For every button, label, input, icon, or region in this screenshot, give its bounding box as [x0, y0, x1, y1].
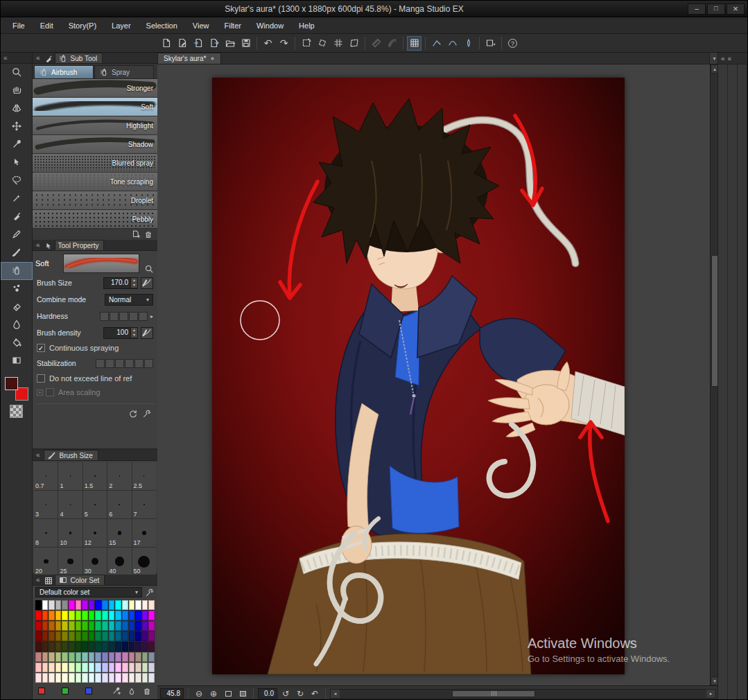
operation-tool[interactable] — [1, 154, 33, 172]
subtool-item-shadow[interactable]: Shadow — [33, 135, 157, 154]
liquify-icon[interactable] — [347, 36, 361, 51]
color-swatch[interactable] — [102, 611, 108, 620]
segment[interactable] — [144, 359, 153, 368]
rotate-ccw-icon[interactable]: ↺ — [279, 688, 292, 700]
preview-zoom-icon[interactable] — [144, 265, 154, 273]
continuous-spraying-checkbox[interactable]: ✓ — [37, 344, 45, 352]
subtool-item-stronger[interactable]: Stronger — [33, 79, 157, 98]
color-swatch[interactable] — [102, 663, 108, 672]
color-swatch[interactable] — [115, 652, 121, 662]
color-swatch[interactable] — [135, 652, 141, 662]
color-swatch[interactable] — [122, 631, 128, 641]
brush-size-1-5[interactable]: 1.5 — [83, 462, 107, 490]
color-swatch[interactable] — [89, 621, 95, 631]
menu-filter[interactable]: Filter — [217, 17, 249, 33]
color-swatch[interactable] — [142, 652, 148, 662]
stepper-up-icon[interactable]: ▴ — [130, 278, 137, 283]
color-swatch[interactable] — [89, 611, 95, 620]
selection-pen-tool[interactable] — [1, 190, 33, 208]
color-swatch[interactable] — [42, 621, 49, 631]
color-swatch[interactable] — [102, 652, 108, 662]
canvas-artwork[interactable] — [212, 78, 625, 674]
color-swatch[interactable] — [69, 600, 75, 610]
delete-sub-tool-icon[interactable] — [143, 230, 153, 238]
sub-tool-tab-spray[interactable]: Spray — [94, 65, 154, 78]
color-swatch[interactable] — [49, 673, 55, 683]
color-swatch[interactable] — [89, 642, 95, 651]
color-swatch[interactable] — [129, 673, 135, 683]
reset-all-settings-icon[interactable] — [128, 410, 138, 418]
brush-size-2[interactable]: 2 — [107, 462, 131, 490]
create-sub-tool-icon[interactable] — [131, 230, 141, 238]
segment[interactable] — [105, 359, 114, 368]
brush-size-input[interactable]: 170.0 ▴▾ — [103, 277, 138, 289]
color-swatch[interactable] — [62, 600, 68, 610]
color-swatch[interactable] — [102, 642, 108, 651]
panel-collapse-icon[interactable]: « — [34, 53, 42, 63]
dock-expand-controls[interactable]: « « — [718, 53, 747, 64]
segment[interactable] — [129, 312, 138, 321]
color-swatch[interactable] — [35, 631, 42, 641]
menu-selection[interactable]: Selection — [139, 17, 185, 33]
free-transform-icon[interactable] — [315, 36, 329, 51]
brush-density-input[interactable]: 100 ▴▾ — [103, 327, 138, 339]
color-swatch[interactable] — [129, 631, 135, 641]
color-swatch[interactable] — [135, 621, 141, 631]
segment[interactable] — [110, 312, 119, 321]
color-swatch[interactable] — [55, 600, 62, 610]
brush-size-pressure-button[interactable] — [141, 277, 153, 289]
color-swatch[interactable] — [35, 652, 42, 662]
menu-window[interactable]: Window — [249, 17, 291, 33]
brush-size-1[interactable]: 1 — [58, 462, 82, 490]
color-swatch[interactable] — [42, 642, 49, 651]
color-swatch[interactable] — [82, 621, 88, 631]
fill-tool[interactable] — [1, 334, 33, 352]
redo-icon[interactable]: ↷ — [277, 36, 291, 51]
stepper-down-icon[interactable]: ▾ — [130, 283, 137, 288]
color-swatch[interactable] — [69, 611, 75, 620]
brush-size-25[interactable]: 25 — [58, 548, 82, 575]
color-swatch[interactable] — [55, 611, 62, 620]
brush-size-4[interactable]: 4 — [58, 491, 82, 518]
color-swatch[interactable] — [122, 652, 128, 662]
color-swatch[interactable] — [135, 611, 141, 620]
horizontal-scrollbar-thumb[interactable] — [452, 690, 535, 697]
panel-menu-icon[interactable] — [44, 55, 53, 63]
panel-menu-icon[interactable] — [44, 577, 53, 585]
color-swatch[interactable] — [55, 631, 62, 641]
brush-size-2-5[interactable]: 2.5 — [132, 462, 156, 490]
color-swatch[interactable] — [49, 600, 55, 610]
brush-size-5[interactable]: 5 — [83, 491, 107, 518]
color-swatch[interactable] — [35, 673, 42, 683]
color-swatch[interactable] — [122, 673, 128, 683]
rotation-value[interactable]: 0.0 — [258, 688, 277, 699]
expander-plus-icon[interactable]: + — [37, 390, 43, 396]
color-swatch[interactable] — [148, 600, 155, 610]
brush-tool[interactable] — [1, 244, 33, 262]
color-swatch[interactable] — [142, 663, 148, 672]
color-swatch[interactable] — [49, 631, 55, 641]
footer-swatch-green[interactable] — [62, 688, 69, 694]
color-swatch[interactable] — [62, 631, 68, 641]
color-set-dropdown[interactable]: Default color set ▾ — [35, 587, 142, 597]
color-swatch[interactable] — [69, 652, 75, 662]
minimize-button[interactable]: – — [688, 3, 706, 15]
close-button[interactable]: × — [727, 3, 745, 15]
color-swatch[interactable] — [102, 600, 108, 610]
color-swatch[interactable] — [129, 642, 135, 651]
save-file-icon[interactable] — [238, 36, 253, 51]
color-swatch[interactable] — [76, 631, 82, 641]
color-swatch[interactable] — [135, 642, 141, 651]
color-swatch[interactable] — [142, 611, 148, 620]
color-swatch[interactable] — [102, 631, 108, 641]
gradient-tool[interactable] — [1, 352, 33, 370]
color-swatch[interactable] — [42, 652, 49, 662]
color-swatch[interactable] — [69, 631, 75, 641]
color-swatch[interactable] — [35, 642, 42, 651]
flip-canvas-tool[interactable] — [1, 100, 33, 118]
menu-layer[interactable]: Layer — [104, 17, 139, 33]
fit-to-screen-icon[interactable] — [222, 688, 234, 700]
menu-file[interactable]: File — [5, 17, 33, 33]
color-swatch[interactable] — [35, 663, 42, 672]
color-swatch[interactable] — [129, 621, 135, 631]
